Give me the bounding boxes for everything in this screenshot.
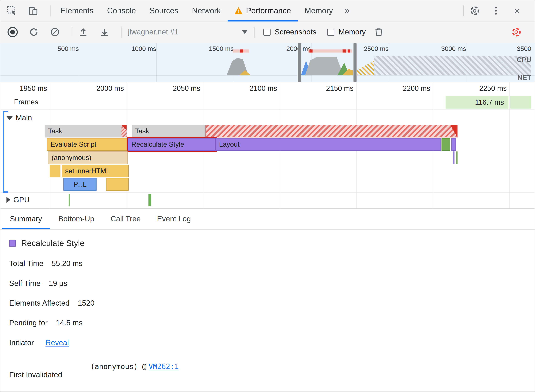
summary-row-elements-affected: Elements Affected 1520 <box>9 299 535 307</box>
source-location-link[interactable]: VM262:1 <box>149 363 179 371</box>
summary-row-total-time: Total Time 55.20 ms <box>9 260 535 268</box>
layout-bar[interactable]: Layout <box>216 138 441 151</box>
long-task-bar[interactable] <box>206 125 458 137</box>
row-label: Initiator <box>9 338 34 347</box>
inspect-element-button[interactable] <box>4 3 19 19</box>
gridline <box>509 82 510 208</box>
timeline-overview[interactable]: 500 ms 1000 ms 1500 ms 2000 ms 2500 ms 3… <box>0 43 535 82</box>
trash-icon <box>374 27 384 37</box>
set-innerhtml-bar[interactable]: set innerHTML <box>62 165 129 177</box>
tab-event-log[interactable]: Event Log <box>149 209 199 229</box>
selection-handle-right[interactable] <box>353 43 357 82</box>
device-toolbar-icon <box>28 6 38 16</box>
load-profile-button[interactable] <box>76 24 91 40</box>
paint-bar[interactable] <box>441 138 450 151</box>
tab-label: Performance <box>246 6 291 15</box>
gpu-track-header[interactable]: GPU <box>6 195 29 204</box>
tab-console[interactable]: Console <box>100 0 143 21</box>
screenshots-checkbox[interactable] <box>263 28 271 36</box>
gpu-activity-bar[interactable] <box>149 194 151 206</box>
frame-duration-bar[interactable]: 116.7 ms <box>446 96 508 108</box>
summary-heading: Recalculate Style <box>9 238 535 248</box>
script-bar-small[interactable] <box>106 178 129 191</box>
memory-checkbox[interactable] <box>327 28 334 36</box>
cpu-band-label: CPU <box>517 56 531 64</box>
more-tabs-button[interactable]: » <box>340 5 354 16</box>
device-toolbar-button[interactable] <box>26 3 41 19</box>
profile-select[interactable]: jlwagner.net #1 <box>125 28 251 37</box>
screenshots-toggle[interactable]: Screenshots <box>263 28 316 37</box>
evaluate-script-bar[interactable]: Evaluate Script <box>47 138 127 151</box>
separator <box>72 27 72 37</box>
gpu-activity-bar[interactable] <box>69 194 70 206</box>
record-button[interactable] <box>5 24 20 40</box>
tab-label: Call Tree <box>111 215 141 223</box>
selection-handle-left[interactable] <box>298 43 301 82</box>
tab-bottom-up[interactable]: Bottom-Up <box>50 209 103 229</box>
warning-icon: ! <box>235 7 243 14</box>
performance-toolbar: jlwagner.net #1 Screenshots Memory <box>0 21 535 43</box>
task-bar[interactable]: Task <box>132 125 206 137</box>
bar-label: Evaluate Script <box>50 140 96 148</box>
parse-html-bar[interactable]: P...L <box>63 178 96 191</box>
main-track-header[interactable]: Main <box>6 113 32 122</box>
tab-label: Memory <box>305 6 333 15</box>
row-label: Elements Affected <box>9 299 70 307</box>
devtools-window: Elements Console Sources Network ! Perfo… <box>0 0 535 392</box>
memory-label: Memory <box>339 28 366 37</box>
flame-chart[interactable]: 1950 ms 2000 ms 2050 ms 2100 ms 2150 ms … <box>0 82 535 208</box>
tab-performance[interactable]: ! Performance <box>228 0 298 21</box>
main-track-selection-bracket <box>3 111 8 193</box>
gridline <box>156 43 157 82</box>
settings-button[interactable] <box>467 3 482 19</box>
reload-icon <box>29 27 39 37</box>
gear-icon <box>470 6 479 15</box>
memory-toggle[interactable]: Memory <box>327 28 366 37</box>
frame-duration-bar[interactable] <box>510 96 531 108</box>
close-devtools-button[interactable]: × <box>509 3 525 19</box>
bar-label: Task <box>48 127 62 135</box>
row-label: Pending for <box>9 319 48 327</box>
download-icon <box>99 27 109 37</box>
summary-row-initiator: Initiator Reveal <box>9 339 535 347</box>
sliver-bar[interactable] <box>456 151 458 164</box>
save-profile-button[interactable] <box>97 24 112 40</box>
longtask-tick <box>343 49 346 53</box>
tab-memory[interactable]: Memory <box>298 0 340 21</box>
longtask-tick <box>310 49 313 53</box>
garbage-collect-button[interactable] <box>371 24 386 40</box>
row-label: First Invalidated <box>9 371 90 379</box>
anonymous-call-bar[interactable]: (anonymous) <box>48 151 128 164</box>
tab-summary[interactable]: Summary <box>2 209 50 229</box>
profile-select-value: jlwagner.net #1 <box>128 28 178 37</box>
main-track-label: Main <box>16 113 32 122</box>
tab-network[interactable]: Network <box>185 0 228 21</box>
tab-sources[interactable]: Sources <box>143 0 185 21</box>
devtools-tab-bar: Elements Console Sources Network ! Perfo… <box>0 0 535 21</box>
sliver-bar[interactable] <box>453 151 455 164</box>
reveal-link[interactable]: Reveal <box>45 338 69 347</box>
main-menu-button[interactable] <box>488 3 503 19</box>
capture-settings-button[interactable] <box>509 24 524 40</box>
frames-track-label: Frames <box>14 98 38 106</box>
script-bar-small[interactable] <box>50 165 61 177</box>
clear-button[interactable] <box>47 24 62 40</box>
tab-call-tree[interactable]: Call Tree <box>103 209 149 229</box>
record-icon <box>8 27 18 37</box>
row-value: 14.5 ms <box>56 319 83 327</box>
overview-tick: 1500 ms <box>193 45 234 53</box>
style-bar-small[interactable] <box>451 138 456 151</box>
ruler-tick: 2100 ms <box>233 84 277 92</box>
tab-label: Elements <box>61 6 94 15</box>
reload-and-record-button[interactable] <box>26 24 41 40</box>
longtask-tick <box>348 49 350 53</box>
expand-triangle-icon <box>6 197 10 203</box>
task-bar[interactable]: Task <box>45 125 127 137</box>
details-tab-bar: Summary Bottom-Up Call Tree Event Log <box>0 208 535 229</box>
tab-label: Bottom-Up <box>58 215 94 223</box>
ruler-tick: 2000 ms <box>80 84 124 92</box>
event-color-swatch <box>9 240 16 246</box>
separator <box>122 27 122 37</box>
recalculate-style-bar-selected[interactable]: Recalculate Style <box>128 138 216 151</box>
tab-elements[interactable]: Elements <box>54 0 100 21</box>
